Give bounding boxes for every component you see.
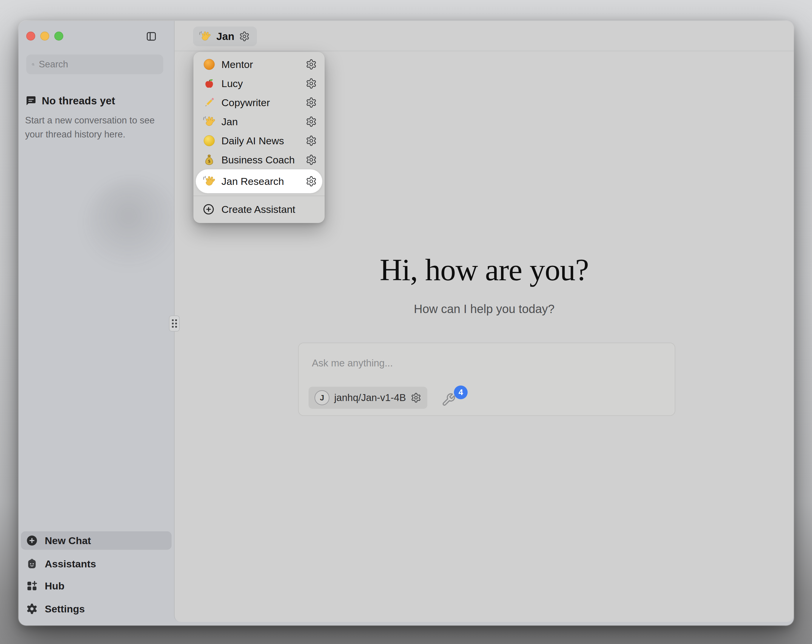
- assistant-gear-button[interactable]: [305, 176, 317, 187]
- sidebar-nav: New Chat Assistants Hub Settings: [21, 21, 172, 626]
- model-avatar: J: [314, 390, 330, 405]
- gear-icon: [305, 78, 317, 89]
- waving-hand-emoji-icon: [198, 30, 212, 43]
- sidebar-item-hub[interactable]: Hub: [21, 577, 172, 595]
- assistant-label: Daily AI News: [221, 135, 305, 147]
- waving-hand-emoji-icon: [202, 115, 216, 128]
- nav-label-new-chat: New Chat: [45, 535, 91, 547]
- gear-icon: [26, 603, 38, 615]
- nav-label-assistants: Assistants: [45, 558, 96, 570]
- robot-icon: [26, 557, 38, 570]
- sidebar-resize-handle[interactable]: [169, 315, 180, 332]
- model-settings-gear-icon[interactable]: [411, 392, 421, 403]
- create-assistant-button[interactable]: Create Assistant: [196, 199, 322, 220]
- assistant-menu-item-jan-research[interactable]: Jan Research: [196, 169, 322, 193]
- red-apple-emoji-icon: [202, 77, 216, 90]
- jan-app-window: No threads yet Start a new conversation …: [18, 21, 794, 626]
- greeting-heading: Hi, how are you?: [175, 252, 794, 288]
- assistant-gear-button[interactable]: [305, 116, 317, 127]
- gear-icon: [305, 154, 317, 166]
- pencil-emoji-icon: [202, 96, 216, 110]
- assistant-selector-label: Jan: [216, 30, 234, 42]
- sidebar-item-settings[interactable]: Settings: [21, 600, 172, 618]
- gear-icon: [305, 135, 317, 146]
- sidebar: No threads yet Start a new conversation …: [18, 21, 174, 626]
- nav-label-settings: Settings: [45, 603, 85, 615]
- gear-icon: [305, 176, 317, 187]
- assistant-selector-button[interactable]: Jan: [193, 26, 257, 46]
- assistant-menu-item-mentor[interactable]: Mentor: [196, 55, 322, 74]
- wrench-icon: [441, 393, 456, 407]
- assistant-settings-gear-icon[interactable]: [239, 31, 250, 42]
- greeting-subtitle: How can I help you today?: [175, 302, 794, 316]
- plus-circle-icon: [202, 203, 215, 216]
- assistant-gear-button[interactable]: [305, 97, 317, 108]
- assistant-label: Copywriter: [221, 97, 305, 108]
- assistant-label: Jan Research: [221, 176, 305, 187]
- model-selector-button[interactable]: J janhq/Jan-v1-4B: [308, 387, 427, 409]
- orange-circle-emoji-icon: [202, 58, 216, 71]
- assistant-label: Lucy: [221, 78, 305, 90]
- money-bag-emoji-icon: [202, 153, 216, 167]
- welcome-section: Hi, how are you? How can I help you toda…: [175, 252, 794, 316]
- chat-input[interactable]: Ask me anything...: [312, 358, 393, 369]
- squares-plus-icon: [26, 580, 38, 592]
- assistant-menu-item-daily-ai-news[interactable]: Daily AI News: [196, 131, 322, 150]
- assistant-menu-item-copywriter[interactable]: Copywriter: [196, 93, 322, 112]
- assistant-gear-button[interactable]: [305, 154, 317, 166]
- chat-header: Jan: [175, 21, 794, 51]
- create-assistant-label: Create Assistant: [221, 204, 295, 215]
- tools-count-badge: 4: [454, 385, 468, 399]
- waving-hand-emoji-icon: [202, 174, 216, 188]
- assistant-menu: Mentor Lucy Copywriter Jan Daily AI News: [193, 52, 325, 223]
- model-name: janhq/Jan-v1-4B: [334, 392, 406, 403]
- gear-icon: [305, 97, 317, 108]
- assistant-label: Business Coach: [221, 154, 305, 166]
- nav-label-hub: Hub: [45, 580, 64, 592]
- menu-separator: [193, 196, 325, 196]
- assistant-label: Mentor: [221, 59, 305, 70]
- new-chat-button[interactable]: New Chat: [21, 531, 172, 550]
- plus-circle-icon: [26, 534, 38, 547]
- assistant-menu-item-business-coach[interactable]: Business Coach: [196, 150, 322, 169]
- tools-button[interactable]: 4: [441, 388, 465, 413]
- assistant-label: Jan: [221, 116, 305, 128]
- assistant-gear-button[interactable]: [305, 135, 317, 146]
- assistant-gear-button[interactable]: [305, 59, 317, 70]
- sidebar-item-assistants[interactable]: Assistants: [21, 554, 172, 573]
- desktop-background: No threads yet Start a new conversation …: [0, 0, 812, 644]
- assistant-menu-item-jan[interactable]: Jan: [196, 112, 322, 131]
- chat-composer[interactable]: Ask me anything... J janhq/Jan-v1-4B 4: [298, 343, 675, 416]
- assistant-menu-item-lucy[interactable]: Lucy: [196, 74, 322, 93]
- assistant-gear-button[interactable]: [305, 78, 317, 89]
- gear-icon: [305, 59, 317, 70]
- gear-icon: [305, 116, 317, 127]
- yellow-circle-emoji-icon: [202, 134, 216, 148]
